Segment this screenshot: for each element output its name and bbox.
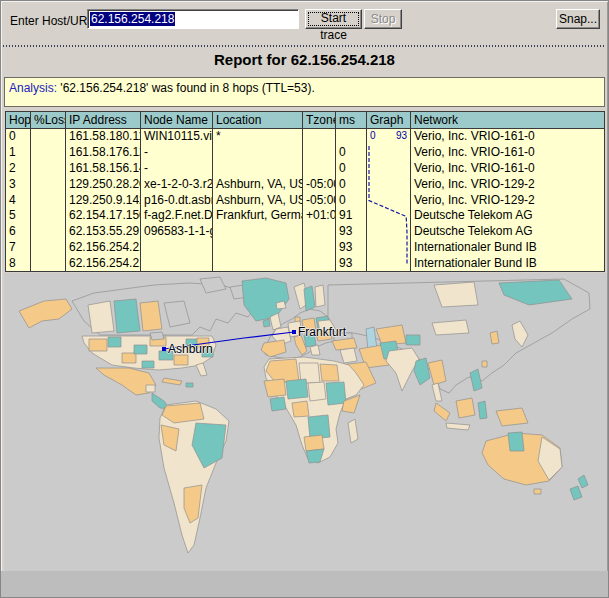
cell-loss: [31, 161, 65, 177]
cell-hop: 8: [6, 256, 30, 271]
cell-network: Internationaler Bund IB: [411, 240, 604, 256]
cell-tzone: [303, 240, 335, 256]
cell-tzone: [303, 129, 335, 145]
sulawesi: [478, 401, 487, 419]
cell-ms: 91: [336, 208, 366, 224]
country-alaska: [19, 299, 72, 328]
col-network: Network Verio, Inc. VRIO-161-0Verio, Inc…: [411, 112, 604, 271]
cell-node: WIN10115.visu: [141, 129, 212, 145]
cell-ms: 0: [336, 161, 366, 177]
cell-ip: 62.156.254.21: [66, 256, 140, 271]
cell-network: Verio, Inc. VRIO-161-0: [411, 129, 604, 145]
us-state: [108, 337, 121, 347]
cell-ip: 62.154.17.150: [66, 208, 140, 224]
cell-ms: 0: [336, 177, 366, 193]
cell-tzone: [303, 256, 335, 271]
us-state: [142, 361, 154, 368]
nigeria: [292, 401, 309, 417]
sumatra: [434, 403, 450, 421]
nz-south: [570, 486, 582, 500]
cell-tzone: -05:00: [303, 177, 335, 193]
cell-node: 096583-1-1-gv: [141, 224, 212, 240]
cell-location: [213, 145, 302, 161]
province-central: [114, 299, 140, 333]
cell-location: [213, 256, 302, 271]
us-state: [89, 339, 107, 351]
cell-network: Verio, Inc. VRIO-129-2: [411, 177, 604, 193]
niger: [286, 379, 308, 399]
col-header-ip: IP Address: [66, 112, 140, 129]
cell-loss: [31, 208, 65, 224]
cell-network: Verio, Inc. VRIO-161-0: [411, 145, 604, 161]
province-east: [140, 301, 162, 331]
country-ireland: [263, 319, 270, 327]
cell-hop: 0: [6, 129, 30, 145]
java: [446, 423, 470, 430]
cell-network: Verio, Inc. VRIO-161-0: [411, 161, 604, 177]
cell-location: [213, 161, 302, 177]
cell-node: f-ag2.F.net.DTA: [141, 208, 212, 224]
cell-ms: [336, 129, 366, 145]
cell-ip: 161.58.180.11: [66, 129, 140, 145]
korea: [490, 331, 499, 344]
cell-ip: 129.250.9.142: [66, 193, 140, 209]
col-node: Node Name WIN10115.visu--xe-1-2-0-3.r20.…: [141, 112, 213, 271]
mexico-yucatan: [146, 385, 155, 392]
cell-node: [141, 240, 212, 256]
report-title: Report for 62.156.254.218: [1, 51, 608, 68]
cell-loss: [31, 129, 65, 145]
country-mongolia: [432, 320, 469, 335]
guinea: [270, 397, 286, 411]
tasmania: [534, 489, 541, 494]
col-header-graph: Graph: [367, 112, 410, 129]
world-map-svg: [4, 273, 607, 571]
col-location: Location *Ashburn, VA, USAAshburn, VA, U…: [213, 112, 303, 271]
col-hop: Hop 012345678: [6, 112, 31, 271]
map-city-label: Ashburn: [168, 342, 213, 356]
analysis-label: Analysis:: [9, 81, 57, 95]
cell-hop: 3: [6, 177, 30, 193]
snap-button[interactable]: Snap...: [556, 9, 600, 29]
analysis-text: '62.156.254.218' was found in 8 hops (TT…: [57, 81, 315, 95]
cell-tzone: -05:00: [303, 193, 335, 209]
us-state: [174, 355, 188, 365]
analysis-box: Analysis: '62.156.254.218' was found in …: [4, 77, 605, 107]
cell-loss: [31, 256, 65, 271]
host-input-selected-text: 62.156.254.218: [90, 12, 175, 26]
island-cuba: [162, 378, 182, 385]
cell-location: Ashburn, VA, USA: [213, 177, 302, 193]
mauritania: [264, 379, 286, 397]
start-trace-button[interactable]: Start trace: [305, 9, 362, 29]
host-input[interactable]: 62.156.254.218: [87, 9, 299, 29]
cell-ip: 161.58.176.12: [66, 145, 140, 161]
stop-button[interactable]: Stop: [364, 9, 402, 29]
cell-node: xe-1-2-0-3.r20.: [141, 177, 212, 193]
cell-ip: 62.153.55.29: [66, 224, 140, 240]
cell-ms: 93: [336, 224, 366, 240]
cell-ms: 0: [336, 193, 366, 209]
cell-ip: 129.250.28.20: [66, 177, 140, 193]
country-greece: [310, 345, 320, 355]
map-city-marker: [162, 347, 166, 351]
bottom-strip: [1, 571, 608, 598]
cell-location: [213, 224, 302, 240]
country-sweden: [304, 286, 315, 311]
siberia-central: [434, 282, 478, 307]
toolbar: Enter Host/URL: 62.156.254.218 Start tra…: [1, 1, 608, 45]
cell-hop: 2: [6, 161, 30, 177]
nz-north: [578, 475, 588, 488]
latency-graph: 0 93: [367, 129, 410, 271]
cell-ip: 62.156.254.21: [66, 240, 140, 256]
us-state: [134, 345, 147, 354]
us-florida: [196, 363, 207, 376]
borneo: [456, 398, 475, 418]
map-city-marker: [292, 330, 296, 334]
country-finland: [315, 285, 325, 307]
cell-loss: [31, 193, 65, 209]
uzbekistan: [406, 335, 420, 345]
toolbar-separator: [3, 45, 606, 47]
col-header-node: Node Name: [141, 112, 212, 129]
col-header-location: Location: [213, 112, 302, 129]
chad: [308, 382, 326, 401]
col-loss: %Loss: [31, 112, 66, 271]
